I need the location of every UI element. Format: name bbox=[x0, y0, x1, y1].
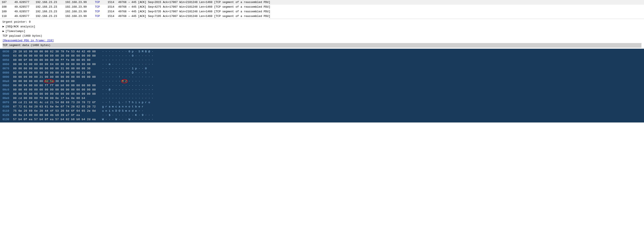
hex-ascii-0120: · · $ · · · · · · · K · 9 · · · bbox=[102, 113, 642, 118]
packet-proto-109: TCP bbox=[95, 10, 108, 14]
packet-time-110: 49.628577 bbox=[14, 14, 36, 18]
hex-offset-0060: 0060 bbox=[2, 62, 13, 66]
packet-src-109: 192.168.23.23 bbox=[36, 10, 65, 14]
packet-row-110[interactable]: 110 49.628577 192.168.23.23 192.168.23.9… bbox=[0, 14, 644, 19]
packet-row-107[interactable]: 107 49.628577 192.168.23.23 192.168.23.9… bbox=[0, 0, 644, 5]
detail-tcp-payload-text: TCP payload (1460 bytes) bbox=[2, 34, 42, 38]
detail-tcp-payload: TCP payload (1460 bytes) bbox=[2, 34, 642, 38]
hex-row-00a0: 00a000 00 00 00 00 00 4d 5a 30 00 03 00·… bbox=[2, 79, 642, 84]
packet-dst-108: 192.168.23.99 bbox=[65, 5, 95, 9]
packet-proto-110: TCP bbox=[95, 14, 108, 18]
hex-row-0100: 010067 72 61 6d 20 63 61 6e 6e 6f 74 20 … bbox=[2, 105, 642, 109]
hex-bytes-00b0: 00 00 04 00 00 00 ff ff 00 b8 00 00 00 0… bbox=[13, 84, 102, 88]
packet-dst-110: 192.168.23.99 bbox=[65, 14, 95, 18]
packet-no-107: 107 bbox=[2, 0, 14, 4]
packet-len-107: 1514 bbox=[108, 0, 118, 4]
hex-row-0070: 007000 00 00 00 00 00 00 00 00 31 00 00 … bbox=[2, 66, 642, 71]
packet-dst-109: 192.168.23.99 bbox=[65, 10, 95, 14]
hex-row-00c0: 00c000 00 40 00 00 00 00 00 00 00 00 00 … bbox=[2, 88, 642, 92]
hex-ascii-0090: · · · · · ! · · · · · · · · · · bbox=[102, 75, 642, 79]
packet-dst-107: 192.168.23.99 bbox=[65, 0, 95, 4]
detail-tcp-segment-text: TCP segment data (1460 bytes) bbox=[2, 43, 50, 48]
hex-offset-0120: 0120 bbox=[2, 113, 13, 118]
hex-ascii-0110: u n i n D O S m o d e · · bbox=[102, 109, 642, 113]
packet-len-109: 1514 bbox=[108, 10, 118, 14]
packet-no-110: 110 bbox=[2, 14, 14, 18]
expand-icon-seq-ack[interactable]: ▶ bbox=[2, 24, 4, 29]
detail-seq-ack[interactable]: ▶ [SEQ/ACK analysis] bbox=[2, 24, 642, 29]
hex-ascii-00f0: · · ! · · L · ! T h i s p r o bbox=[102, 100, 642, 105]
packet-proto-107: TCP bbox=[95, 0, 108, 4]
packet-detail-panel: Urgent pointer: 0 ▶ [SEQ/ACK analysis] ▶… bbox=[0, 19, 644, 49]
hex-offset-0090: 0090 bbox=[2, 75, 13, 79]
hex-row-0110: 011075 6e 20 69 6e 20 44 4f 53 20 6d 6f … bbox=[2, 109, 642, 113]
hex-row-00f0: 00f009 cd 21 b8 01 4c cd 21 54 68 69 73 … bbox=[2, 100, 642, 105]
packet-len-108: 1514 bbox=[108, 5, 118, 9]
hex-bytes-0120: 00 0a 24 00 00 00 00 4b b9 39 e7 0f ea bbox=[13, 113, 102, 118]
hex-offset-00d0: 00d0 bbox=[2, 92, 13, 96]
hex-ascii-0070: · · · · · · · · · 1 p · · 0 bbox=[102, 66, 642, 71]
hex-bytes-0130: 57 b4 0f ea 57 b4 0f ea 57 b4 02 b8 b6 b… bbox=[13, 118, 102, 122]
packet-info-108: 49768 → 445 [ACK] Seq=4275 Ack=17007 Win… bbox=[118, 5, 642, 9]
hex-dump-wrapper: 003020 10 b5 99 00 00 00 02 30 70 fe 53 … bbox=[0, 49, 644, 122]
packet-no-109: 109 bbox=[2, 10, 14, 14]
detail-seq-ack-text: [SEQ/ACK analysis] bbox=[6, 24, 35, 29]
hex-bytes-00f0: 09 cd 21 b8 01 4c cd 21 54 68 69 73 20 7… bbox=[13, 100, 102, 105]
hex-bytes-0080: 02 00 00 00 00 00 00 00 00 44 00 00 00 2… bbox=[13, 71, 102, 75]
packet-list: 107 49.628577 192.168.23.23 192.168.23.9… bbox=[0, 0, 644, 19]
hex-offset-0040: 0040 bbox=[2, 54, 13, 58]
detail-timestamps-text: [Timestamps] bbox=[6, 29, 26, 34]
hex-bytes-0090: 00 00 09 00 00 21 00 00 00 00 00 00 00 0… bbox=[13, 75, 102, 79]
packet-src-107: 192.168.23.23 bbox=[36, 0, 65, 4]
packet-src-108: 192.168.23.23 bbox=[36, 5, 65, 9]
packet-time-107: 49.628577 bbox=[14, 0, 36, 4]
hex-bytes-0100: 67 72 61 6d 20 63 61 6e 6e 6f 74 20 62 6… bbox=[13, 105, 102, 109]
detail-reassembled-pdu[interactable]: [Reassembled PDU in frame: 218] bbox=[2, 38, 642, 43]
hex-row-0120: 012000 0a 24 00 00 00 00 4b b9 39 e7 0f … bbox=[2, 113, 642, 118]
hex-ascii-0040: · · · · · · · · · 0 · · · · · · bbox=[102, 54, 642, 58]
hex-bytes-0040: 03 00 00 00 00 00 00 09 00 30 00 00 00 0… bbox=[13, 54, 102, 58]
hex-bytes-00a0: 00 00 00 00 00 00 4d 5a 30 00 03 00 bbox=[13, 79, 102, 84]
packet-time-109: 49.628577 bbox=[14, 10, 36, 14]
hex-dump-panel: 003020 10 b5 99 00 00 00 02 30 70 fe 53 … bbox=[0, 49, 644, 122]
hex-ascii-00e0: · · · · · · · · · · · · · · · · bbox=[102, 96, 642, 100]
packet-src-110: 192.168.23.23 bbox=[36, 14, 65, 18]
packet-info-110: 49768 → 445 [ACK] Seq=7195 Ack=17007 Win… bbox=[118, 14, 642, 18]
hex-ascii-00d0: · · · · · · · · · · · · · · · · bbox=[102, 92, 642, 96]
hex-ascii-00a0: · · · · · · M Z · · · · bbox=[102, 79, 642, 84]
hex-offset-0070: 0070 bbox=[2, 66, 13, 71]
hex-offset-0080: 0080 bbox=[2, 71, 13, 75]
hex-row-0030: 003020 10 b5 99 00 00 00 02 30 70 fe 53 … bbox=[2, 50, 642, 54]
hex-row-00b0: 00b000 00 04 00 00 00 ff ff 00 b8 00 00 … bbox=[2, 84, 642, 88]
hex-ascii-0030: · · · · · · · · 0 p · S M B @ · bbox=[102, 50, 642, 54]
hex-ascii-0050: · · · · · · · · · · · · · · · · bbox=[102, 58, 642, 62]
hex-offset-0130: 0130 bbox=[2, 118, 13, 122]
hex-bytes-00c0: 00 00 40 00 00 00 00 00 00 00 00 00 00 0… bbox=[13, 88, 102, 92]
hex-offset-00f0: 00f0 bbox=[2, 100, 13, 105]
hex-offset-0100: 0100 bbox=[2, 105, 13, 109]
hex-row-0060: 006000 00 6d 00 00 00 00 84 00 00 00 00 … bbox=[2, 62, 642, 66]
detail-urgent-pointer: Urgent pointer: 0 bbox=[2, 20, 642, 24]
expand-icon-timestamps[interactable]: ▶ bbox=[2, 29, 4, 34]
hex-offset-0030: 0030 bbox=[2, 50, 13, 54]
packet-no-108: 108 bbox=[2, 5, 14, 9]
packet-time-108: 49.628577 bbox=[14, 5, 36, 9]
packet-row-108[interactable]: 108 49.628577 192.168.23.23 192.168.23.9… bbox=[0, 5, 644, 9]
hex-offset-00e0: 00e0 bbox=[2, 96, 13, 100]
ascii-mz-highlight: M Z bbox=[122, 80, 127, 83]
detail-timestamps[interactable]: ▶ [Timestamps] bbox=[2, 29, 642, 34]
hex-offset-0050: 0050 bbox=[2, 58, 13, 62]
hex-ascii-00c0: · · @ · · · · · · · · · · · · · bbox=[102, 88, 642, 92]
hex-bytes-00e0: 00 cd 00 00 00 f0 00 00 0e 1f ba 0e 00 b… bbox=[13, 96, 102, 100]
packet-info-109: 49768 → 445 [ACK] Seq=5735 Ack=17007 Win… bbox=[118, 10, 642, 14]
detail-reassembled-link[interactable]: [Reassembled PDU in frame: 218] bbox=[2, 38, 54, 43]
hex-bytes-0070: 00 00 00 00 00 00 00 00 00 31 00 00 00 0… bbox=[13, 66, 102, 71]
hex-ascii-0130: W · · · W · · · W · · · · · - · bbox=[102, 118, 642, 122]
hex-offset-00a0: 00a0 bbox=[2, 79, 13, 84]
detail-tcp-segment: TCP segment data (1460 bytes) bbox=[2, 43, 642, 48]
packet-row-109[interactable]: 109 49.628577 192.168.23.23 192.168.23.9… bbox=[0, 9, 644, 14]
hex-bytes-0030: 20 10 b5 99 00 00 00 02 30 70 fe 53 4d 4… bbox=[13, 50, 102, 54]
hex-row-0040: 004003 00 00 00 00 00 00 09 00 30 00 00 … bbox=[2, 54, 642, 58]
hex-mz-highlight: 4d 5a bbox=[45, 80, 54, 83]
hex-row-0050: 005000 00 0f 00 00 00 00 00 00 ff fe 00 … bbox=[2, 58, 642, 62]
